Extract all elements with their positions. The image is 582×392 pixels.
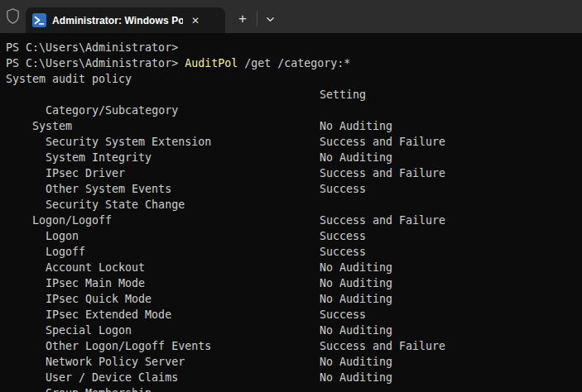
close-icon: ✕ xyxy=(191,15,200,26)
prompt-line: PS C:\Users\Administrator> xyxy=(6,40,582,55)
audit-table-row: Logoff Success xyxy=(6,228,582,244)
audit-table-row: Other Logon/Logoff Events No Auditing xyxy=(6,323,582,338)
header-setting: Setting xyxy=(320,87,366,103)
audit-row-setting: No Auditing xyxy=(320,354,392,370)
command-line: PS C:\Users\Administrator>AuditPol /get … xyxy=(6,55,582,71)
tab-dropdown-button[interactable] xyxy=(260,8,280,30)
chevron-down-icon xyxy=(265,14,276,25)
audit-table-row: Special Logon Success xyxy=(6,307,582,323)
admin-shield-icon xyxy=(0,0,26,33)
audit-table-row: IPsec Quick Mode No Auditing xyxy=(6,275,582,291)
audit-row-setting: Success xyxy=(320,244,366,260)
audit-table-row: Security State Change Success xyxy=(6,181,582,197)
shield-outline-icon xyxy=(5,7,21,25)
audit-table-row: User / Device Claims No Auditing xyxy=(6,354,582,370)
audit-table-row: IPsec Driver No Auditing xyxy=(6,150,582,165)
audit-row-setting: No Auditing xyxy=(320,323,392,338)
audit-table-row: Account Lockout Success xyxy=(6,244,582,260)
audit-table-row: Object Access xyxy=(6,385,582,392)
audit-row-setting: Success xyxy=(320,307,366,323)
prompt-text: PS C:\Users\Administrator> xyxy=(6,57,178,69)
audit-row-setting: No Auditing xyxy=(320,118,392,134)
prompt-text: PS C:\Users\Administrator> xyxy=(6,41,178,54)
terminal-window: Administrator: Windows PowerShell ✕ + PS… xyxy=(0,0,582,392)
tab-title: Administrator: Windows PowerShell xyxy=(52,15,183,26)
plus-icon: + xyxy=(238,11,247,27)
new-tab-button[interactable]: + xyxy=(233,8,253,30)
audit-table-row: Group Membership No Auditing xyxy=(6,370,582,385)
audit-table-row: Logon Success and Failure xyxy=(6,213,582,228)
audit-table-row: Logon/Logoff xyxy=(6,197,582,213)
audit-table: System Security System Extension No Audi… xyxy=(6,103,582,392)
audit-row-setting: No Auditing xyxy=(320,370,392,385)
tab-administrator-powershell[interactable]: Administrator: Windows PowerShell ✕ xyxy=(26,7,225,33)
tab-close-button[interactable]: ✕ xyxy=(185,11,206,31)
output-title: System audit policy xyxy=(6,71,582,87)
audit-table-row: Security System Extension No Auditing xyxy=(6,118,582,134)
terminal-output[interactable]: PS C:\Users\Administrator> PS C:\Users\A… xyxy=(0,33,582,392)
audit-table-row: Other System Events Success and Failure xyxy=(6,165,582,181)
audit-table-row: System Integrity Success and Failure xyxy=(6,134,582,150)
audit-row-setting: Success and Failure xyxy=(320,338,445,354)
audit-table-row: System xyxy=(6,103,582,118)
audit-table-row: Network Policy Server Success and Failur… xyxy=(6,338,582,354)
table-header: Category/Subcategory Setting xyxy=(6,87,582,103)
command-args: /get /category:* xyxy=(238,57,350,69)
audit-row-setting: Success xyxy=(320,181,366,197)
audit-row-setting: No Auditing xyxy=(320,275,392,291)
audit-row-setting: Success xyxy=(320,228,366,244)
audit-row-setting: No Auditing xyxy=(320,291,392,307)
audit-row-setting: Success and Failure xyxy=(320,213,445,228)
audit-table-row: IPsec Main Mode No Auditing xyxy=(6,260,582,275)
audit-table-row: IPsec Extended Mode No Auditing xyxy=(6,291,582,307)
command-text: AuditPol xyxy=(185,57,238,69)
audit-row-setting: Success and Failure xyxy=(320,165,445,181)
titlebar: Administrator: Windows PowerShell ✕ + xyxy=(0,0,582,33)
audit-row-setting: No Auditing xyxy=(320,150,392,165)
powershell-icon xyxy=(32,13,46,27)
audit-row-setting: Success and Failure xyxy=(320,134,445,150)
audit-row-setting: No Auditing xyxy=(320,260,392,275)
titlebar-divider xyxy=(257,11,257,26)
